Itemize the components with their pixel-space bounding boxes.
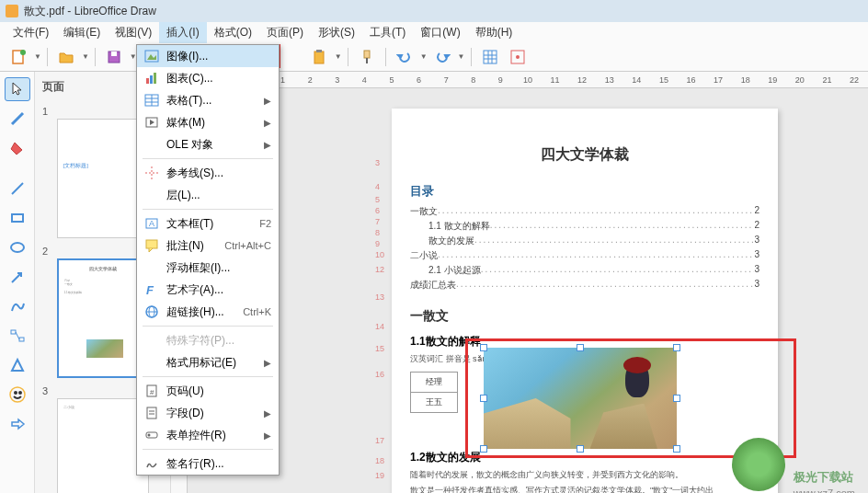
- svg-rect-28: [150, 75, 153, 84]
- menu-item-form-controls[interactable]: 表单控件(R)▶: [137, 424, 279, 446]
- chevron-down-icon[interactable]: ▼: [335, 52, 342, 61]
- line-color-tool[interactable]: [5, 107, 30, 131]
- main-toolbar: ▼ ▼ ▼ ▼ ▼ ▼: [0, 42, 868, 72]
- menu-help[interactable]: 帮助(H): [468, 22, 520, 43]
- chevron-down-icon[interactable]: ▼: [34, 52, 41, 61]
- menu-item-hyperlink[interactable]: 超链接(H)... Ctrl+K: [137, 301, 279, 323]
- form-icon: [143, 426, 161, 444]
- menu-item-fontwork[interactable]: F 艺术字(A)...: [137, 279, 279, 301]
- menu-item-formatting-mark[interactable]: 格式用标记(E)▶: [137, 351, 279, 373]
- svg-point-22: [14, 391, 17, 395]
- textbox-icon: A: [143, 214, 161, 233]
- resize-handle[interactable]: [480, 445, 487, 453]
- watermark-url: www.xz7.com: [794, 487, 855, 493]
- svg-rect-27: [146, 78, 149, 84]
- menu-item-signature[interactable]: 签名行(R)...: [137, 453, 279, 475]
- save-button[interactable]: [101, 45, 127, 69]
- svg-point-17: [11, 243, 24, 252]
- ellipse-tool[interactable]: [5, 235, 30, 259]
- connector-tool[interactable]: [5, 324, 30, 348]
- resize-handle[interactable]: [577, 445, 584, 453]
- menu-item-frame[interactable]: 浮动框架(I)...: [137, 257, 279, 279]
- menu-item-textbox[interactable]: A 文本框(T) F2: [137, 212, 279, 235]
- svg-rect-8: [484, 51, 497, 63]
- watermark-badge: [732, 438, 785, 491]
- open-button[interactable]: [53, 45, 79, 69]
- svg-point-14: [516, 55, 520, 59]
- arrow-tool[interactable]: [5, 265, 30, 289]
- toc-heading: 目录: [410, 183, 760, 200]
- watermark-text: 极光下载站: [794, 469, 853, 486]
- svg-rect-40: [146, 240, 157, 248]
- menu-item-field[interactable]: 字段(D)▶: [137, 402, 279, 424]
- undo-button[interactable]: [392, 45, 417, 69]
- symbol-shapes-tool[interactable]: [5, 383, 30, 407]
- menu-item-table[interactable]: 表格(T)...▶: [137, 89, 279, 111]
- menu-page[interactable]: 页面(P): [259, 22, 311, 43]
- svg-marker-35: [150, 120, 154, 125]
- line-tool[interactable]: [5, 177, 30, 201]
- menu-item-media[interactable]: 媒体(M)▶: [137, 111, 279, 133]
- resize-handle[interactable]: [480, 344, 487, 351]
- chevron-down-icon[interactable]: ▼: [420, 52, 428, 61]
- menu-item-image[interactable]: 图像(I)...: [137, 45, 279, 67]
- resize-handle[interactable]: [577, 344, 584, 351]
- block-arrow-tool[interactable]: [5, 412, 30, 436]
- basic-shapes-tool[interactable]: [5, 353, 30, 377]
- svg-line-15: [12, 183, 23, 194]
- image-icon: [143, 47, 161, 65]
- resize-handle[interactable]: [480, 395, 487, 402]
- svg-rect-29: [154, 73, 156, 84]
- redo-button[interactable]: [429, 45, 455, 69]
- format-paintbrush-button[interactable]: [354, 45, 380, 69]
- svg-rect-47: [147, 407, 156, 418]
- menu-view[interactable]: 视图(V): [108, 22, 159, 43]
- svg-rect-4: [314, 52, 324, 63]
- body-text: 随着时代的发展，散文的概念由广义向狭义转变，并受到西方文化的影响。: [410, 469, 760, 482]
- rect-tool[interactable]: [5, 206, 30, 230]
- left-toolbox: [0, 72, 35, 493]
- svg-text:#: #: [150, 388, 154, 396]
- body-text: 散文是一种抒发作者真情实感、写作方式灵活的记叙类文学体裁。"散文"一词大约出: [410, 485, 760, 493]
- menu-item-chart[interactable]: 图表(C)...: [137, 67, 279, 89]
- page-thumbnail-2[interactable]: 四大文学体裁 目录一散文1.1散文的解释: [57, 258, 149, 378]
- curve-tool[interactable]: [5, 294, 30, 318]
- chevron-down-icon[interactable]: ▼: [458, 52, 465, 61]
- page-thumbnail-1[interactable]: [文档标题]: [57, 119, 149, 238]
- menu-item-pagenum[interactable]: # 页码(U): [137, 380, 279, 402]
- fontwork-icon: F: [143, 281, 161, 299]
- page-canvas[interactable]: 3 4 5 6 7 8 9 10 12 13 14 15 16 17 18 19…: [392, 109, 778, 493]
- select-tool[interactable]: [5, 77, 30, 101]
- new-button[interactable]: [6, 45, 31, 69]
- grid-button[interactable]: [477, 45, 503, 69]
- paste-button[interactable]: [306, 45, 332, 69]
- section-heading-2b: 1.2散文的发展: [410, 450, 760, 465]
- menu-edit[interactable]: 编辑(E): [56, 22, 108, 43]
- menu-item-comment[interactable]: 批注(N) Ctrl+Alt+C: [137, 235, 279, 257]
- svg-marker-21: [12, 360, 23, 371]
- resize-handle[interactable]: [673, 344, 680, 351]
- menu-format[interactable]: 格式(O): [207, 22, 259, 43]
- svg-rect-5: [316, 50, 322, 52]
- svg-line-20: [16, 332, 19, 339]
- menu-item-guides[interactable]: 参考线(S)...: [137, 162, 279, 184]
- menu-tools[interactable]: 工具(T): [362, 22, 413, 43]
- sign-icon: [143, 454, 161, 473]
- menu-item-layer[interactable]: 层(L)...: [137, 184, 279, 206]
- horizontal-ruler: 21·12345678910111213141516171819202122: [188, 72, 868, 88]
- snap-button[interactable]: [505, 45, 531, 69]
- menu-item-ole[interactable]: OLE 对象▶: [137, 133, 279, 155]
- resize-handle[interactable]: [673, 445, 680, 453]
- fill-color-tool[interactable]: [5, 136, 30, 160]
- chevron-down-icon[interactable]: ▼: [82, 52, 89, 61]
- page-thumbnail-3[interactable]: 二小说: [57, 398, 149, 493]
- menu-insert[interactable]: 插入(I): [159, 22, 206, 43]
- link-icon: [143, 303, 161, 321]
- menu-file[interactable]: 文件(F): [6, 22, 56, 43]
- pagenum-icon: #: [143, 382, 161, 400]
- inserted-image[interactable]: [484, 348, 677, 449]
- menu-window[interactable]: 窗口(W): [413, 22, 467, 43]
- resize-handle[interactable]: [673, 395, 680, 402]
- section-heading-1: 一散文: [410, 308, 760, 325]
- menu-shape[interactable]: 形状(S): [311, 22, 362, 43]
